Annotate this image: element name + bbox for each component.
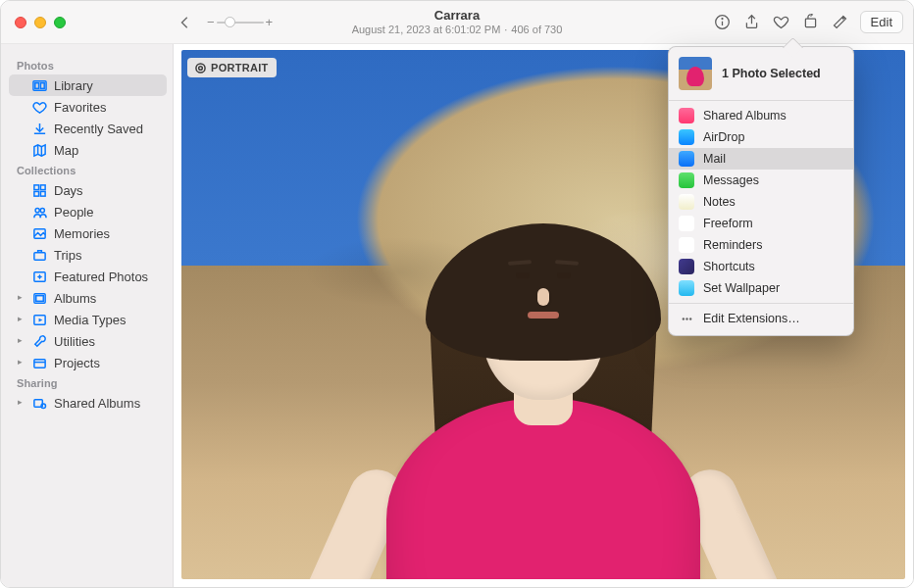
svg-point-23 [196,63,205,72]
svg-rect-20 [33,359,44,367]
close-window-button[interactable] [15,17,26,28]
sidebar-item-shared-albums[interactable]: ▸Shared Albums [9,392,167,414]
share-edit-extensions[interactable]: Edit Extensions… [669,308,853,329]
edit-button[interactable]: Edit [860,11,903,33]
sidebar-section-header: Collections [9,161,167,179]
svg-rect-3 [805,19,815,27]
share-item-shortcuts[interactable]: Shortcuts [669,256,853,277]
sidebar-item-map[interactable]: Map [9,139,167,161]
share-app-icon [679,216,694,231]
svg-point-12 [40,208,44,212]
sidebar-item-library[interactable]: Library [9,74,167,96]
sidebar-item-label: People [54,205,161,220]
sidebar: PhotosLibraryFavoritesRecently SavedMapC… [1,44,174,587]
minimize-window-button[interactable] [34,17,46,28]
sidebar-item-favorites[interactable]: Favorites [9,96,167,118]
sidebar-item-label: Days [54,183,161,198]
svg-rect-7 [33,184,38,189]
share-item-mail[interactable]: Mail [669,148,853,170]
info-button[interactable] [709,10,736,35]
share-app-icon [679,151,694,167]
share-item-label: Reminders [703,238,762,252]
zoom-slider[interactable]: − + [207,15,273,29]
sidebar-item-memories[interactable]: Memories [9,222,167,244]
map-icon [31,142,47,158]
share-item-notes[interactable]: Notes [669,191,853,213]
rotate-button[interactable] [797,10,825,35]
title-bar: − + Carrara August 21, 2023 at 6:01:02 P… [1,1,913,44]
media-icon [31,312,47,327]
share-app-icon [679,280,694,296]
svg-rect-10 [40,191,45,196]
sidebar-item-recently-saved[interactable]: Recently Saved [9,118,167,139]
share-item-label: AirDrop [703,130,744,144]
sidebar-item-label: Favorites [54,100,161,115]
photo-date: August 21, 2023 at 6:01:02 PM [352,24,501,36]
svg-marker-19 [38,318,42,321]
zoom-minus-icon: − [207,15,215,29]
share-popover: 1 Photo Selected Shared AlbumsAirDropMai… [668,46,854,336]
album-icon [31,290,47,306]
grid-icon [31,182,47,198]
auto-enhance-button[interactable] [827,10,854,35]
svg-point-24 [199,66,203,70]
sidebar-item-label: Library [54,78,161,93]
photo-index: 406 of 730 [511,24,562,36]
sidebar-item-label: Albums [54,291,161,306]
sidebar-item-albums[interactable]: ▸Albums [9,287,167,309]
zoom-plus-icon: + [266,15,274,29]
library-icon [31,77,47,93]
download-icon [31,121,47,136]
share-button[interactable] [738,10,766,35]
sidebar-item-featured-photos[interactable]: Featured Photos [9,266,167,287]
app-window: − + Carrara August 21, 2023 at 6:01:02 P… [0,0,914,588]
sharedalbum-icon [31,395,47,411]
svg-rect-17 [35,295,43,301]
sidebar-item-label: Map [54,143,161,158]
portrait-badge: PORTRAIT [187,58,277,77]
sidebar-item-label: Shared Albums [54,396,161,411]
share-item-messages[interactable]: Messages [669,170,853,191]
svg-point-34 [682,318,684,319]
photo-viewer: PORTRAIT 1 Photo Selected Shared AlbumsA… [174,44,913,587]
share-item-reminders[interactable]: Reminders [669,234,853,256]
share-app-icon [679,259,694,274]
share-item-set-wallpaper[interactable]: Set Wallpaper [669,277,853,299]
svg-rect-8 [40,184,45,189]
wrench-icon [31,333,47,349]
share-item-freeform[interactable]: Freeform [669,213,853,234]
memories-icon [31,225,47,241]
share-item-shared-albums[interactable]: Shared Albums [669,105,853,126]
share-item-label: Mail [703,152,726,166]
share-item-airdrop[interactable]: AirDrop [669,126,853,148]
share-item-label: Shared Albums [703,109,787,122]
sidebar-section-header: Sharing [9,373,167,392]
svg-rect-6 [40,82,44,88]
sidebar-item-trips[interactable]: Trips [9,244,167,266]
share-app-icon [679,194,694,210]
extensions-icon [679,311,694,326]
favorite-button[interactable] [768,10,795,35]
sidebar-item-people[interactable]: People [9,201,167,222]
share-popover-header: 1 Photo Selected [669,47,853,100]
sidebar-item-label: Memories [54,226,161,241]
fullscreen-window-button[interactable] [54,17,66,28]
svg-point-36 [688,318,690,319]
sidebar-item-label: Media Types [54,313,161,327]
sidebar-item-label: Projects [54,356,161,370]
share-app-icon [679,108,694,123]
share-item-label: Notes [703,195,736,209]
sidebar-item-days[interactable]: Days [9,179,167,201]
sidebar-item-label: Utilities [54,334,161,349]
svg-point-35 [686,318,687,319]
share-item-label: Set Wallpaper [703,281,780,295]
sidebar-section-header: Photos [9,56,167,74]
svg-point-22 [41,404,46,409]
back-button[interactable] [174,11,197,34]
heart-icon [31,99,47,115]
sidebar-item-utilities[interactable]: ▸Utilities [9,330,167,352]
sidebar-item-projects[interactable]: ▸Projects [9,352,167,373]
sidebar-item-media-types[interactable]: ▸Media Types [9,309,167,330]
svg-rect-9 [33,191,38,196]
projects-icon [31,355,47,370]
